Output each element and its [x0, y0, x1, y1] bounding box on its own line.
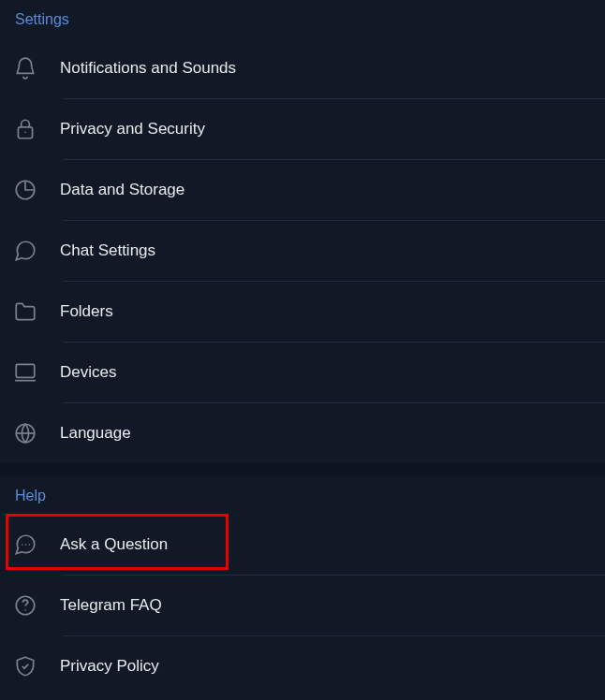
svg-point-7: [29, 544, 31, 546]
help-items-list: Ask a Question Telegram FAQ Privacy Poli…: [0, 514, 605, 696]
help-item-ask-question[interactable]: Ask a Question: [0, 514, 605, 575]
svg-point-1: [24, 131, 26, 133]
settings-item-label: Devices: [60, 363, 116, 382]
settings-section-title: Settings: [0, 0, 605, 37]
pie-icon: [13, 178, 60, 202]
chat-dots-icon: [13, 532, 60, 557]
settings-item-chat[interactable]: Chat Settings: [0, 220, 605, 281]
settings-item-label: Privacy and Security: [60, 120, 205, 139]
settings-item-data-storage[interactable]: Data and Storage: [0, 159, 605, 220]
folder-icon: [13, 299, 60, 324]
svg-point-9: [24, 609, 26, 611]
help-item-label: Telegram FAQ: [60, 596, 162, 615]
settings-item-language[interactable]: Language: [0, 402, 605, 463]
globe-icon: [13, 421, 60, 445]
help-section: Help Ask a Question Telegram FAQ Privacy…: [0, 476, 605, 696]
settings-item-label: Data and Storage: [60, 181, 184, 199]
shield-check-icon: [13, 654, 60, 678]
svg-point-5: [22, 544, 23, 546]
help-item-privacy-policy[interactable]: Privacy Policy: [0, 635, 605, 696]
monitor-icon: [13, 360, 60, 385]
svg-rect-3: [16, 364, 35, 377]
help-item-label: Privacy Policy: [60, 657, 159, 676]
bell-icon: [13, 56, 60, 80]
lock-icon: [13, 117, 60, 141]
settings-items-list: Notifications and Sounds Privacy and Sec…: [0, 37, 605, 463]
settings-item-notifications[interactable]: Notifications and Sounds: [0, 37, 605, 98]
question-icon: [13, 593, 60, 618]
settings-item-label: Language: [60, 424, 131, 443]
help-item-label: Ask a Question: [60, 535, 168, 554]
settings-item-folders[interactable]: Folders: [0, 281, 605, 342]
section-separator: [0, 463, 605, 476]
chat-icon: [13, 239, 60, 263]
settings-section: Settings Notifications and Sounds Privac…: [0, 0, 605, 463]
help-section-title: Help: [0, 476, 605, 514]
svg-point-6: [25, 544, 27, 546]
settings-item-privacy[interactable]: Privacy and Security: [0, 98, 605, 159]
settings-item-devices[interactable]: Devices: [0, 342, 605, 402]
help-item-faq[interactable]: Telegram FAQ: [0, 575, 605, 635]
settings-item-label: Folders: [60, 302, 113, 321]
settings-item-label: Chat Settings: [60, 241, 155, 260]
settings-item-label: Notifications and Sounds: [60, 59, 236, 78]
